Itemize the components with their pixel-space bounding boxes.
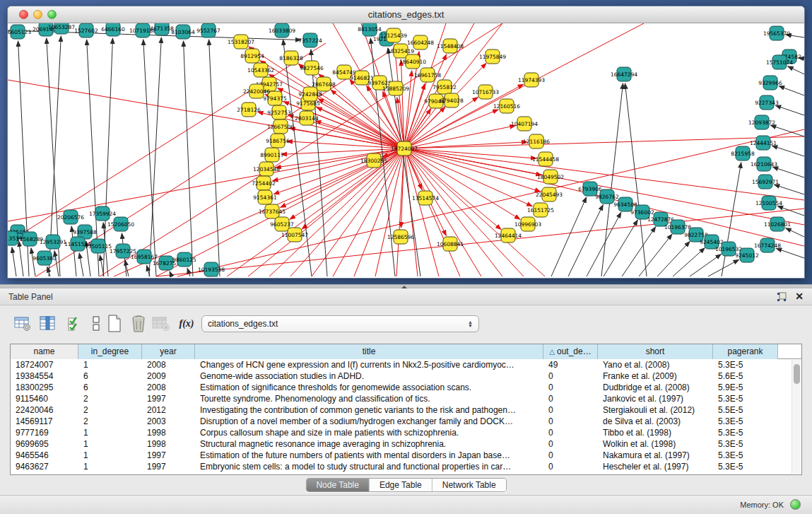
node-label: 10608841 xyxy=(437,241,464,247)
table-cell: Hescheler et al. (1997) xyxy=(598,461,713,472)
table-cell: de Silva et al. (2003) xyxy=(598,416,713,427)
table-cell: 2008 xyxy=(142,359,195,370)
table-cell: 9463627 xyxy=(11,461,78,472)
node-label: 2718126 xyxy=(237,107,261,113)
table-cell: 0 xyxy=(543,438,598,450)
node-label: 10193538 xyxy=(198,267,225,273)
column-header-out_de[interactable]: △out_de… xyxy=(543,344,598,359)
table-cell: 0 xyxy=(543,416,598,427)
table-row[interactable]: 2242004622012Investigating the contribut… xyxy=(11,404,801,416)
node-label: 12125439 xyxy=(380,33,407,39)
node-label: 9227343 xyxy=(755,100,779,106)
column-header-name[interactable]: name xyxy=(11,344,78,359)
column-checklist-icon[interactable] xyxy=(65,314,85,334)
network-canvas[interactable]: 1660512320691406106532871527602646616010… xyxy=(8,23,804,279)
table-row[interactable]: 977716911998Corpus callosum shape and si… xyxy=(11,427,801,438)
table-cell: Tibbo et al. (1998) xyxy=(598,427,713,438)
graph-edge xyxy=(184,41,193,276)
table-cell: 2009 xyxy=(142,370,195,382)
table-cell: 2008 xyxy=(142,382,195,393)
close-panel-icon[interactable]: ✕ xyxy=(795,291,804,302)
function-builder-icon[interactable]: f(x) xyxy=(177,314,196,334)
table-cell: 1 xyxy=(78,427,142,438)
table-cell: 9115460 xyxy=(11,393,78,404)
table-row[interactable]: 911546021997Tourette syndrome. Phenomeno… xyxy=(11,393,801,404)
table-cell: 0 xyxy=(543,370,598,382)
column-visibility-icon[interactable] xyxy=(38,314,58,334)
row-height-icon[interactable] xyxy=(86,314,106,334)
node-label: 9827546 xyxy=(300,65,324,71)
node-label: 16604248 xyxy=(407,40,434,46)
graph-edge xyxy=(788,66,804,74)
vertical-scrollbar[interactable] xyxy=(792,360,801,474)
table-settings-icon[interactable] xyxy=(13,314,33,334)
graph-edge xyxy=(622,227,656,276)
table-row[interactable]: 946362711997Embryonic stem cells: a mode… xyxy=(11,461,801,472)
node-label: 9794375 xyxy=(263,95,287,102)
column-header-title[interactable]: title xyxy=(195,344,543,359)
table-cell: Embryonic stem cells: a model to study s… xyxy=(195,461,543,472)
table-row[interactable]: 946554611997Estimation of the future num… xyxy=(11,450,801,461)
table-cell: 0 xyxy=(543,393,598,404)
network-window[interactable]: citations_edges.txt 16605123206914061065… xyxy=(7,6,805,279)
citation-edge xyxy=(273,148,404,194)
citation-edge xyxy=(290,148,404,276)
table-cell: 49 xyxy=(543,359,598,370)
table-cell: 5.3E-5 xyxy=(713,450,778,461)
node-label: 8186328 xyxy=(279,55,303,62)
table-row[interactable]: 1872400712008Changes of HCN gene express… xyxy=(11,359,801,370)
table-source-dropdown[interactable]: citations_edges.txt ▲▼ xyxy=(201,315,479,332)
table-cell: Jankovic et al. (1997) xyxy=(598,393,713,404)
table-row[interactable]: 969969511998Structural magnetic resonanc… xyxy=(11,438,801,450)
table-row[interactable]: 1456911722003Disruption of a novel membe… xyxy=(11,416,801,427)
network-window-titlebar[interactable]: citations_edges.txt xyxy=(8,6,804,23)
node-label: 17359924 xyxy=(89,211,116,217)
node-label: 8990117 xyxy=(260,152,284,158)
node-label: 16961758 xyxy=(414,72,441,78)
table-cell: Corpus callosum shape and size in male p… xyxy=(195,427,543,438)
node-label: 10653287 xyxy=(48,24,75,30)
table-row[interactable]: 1938455462009Genome-wide association stu… xyxy=(11,370,801,382)
graph-edge xyxy=(625,83,647,276)
node-label: 12093872 xyxy=(748,119,775,126)
node-label: 11007547 xyxy=(281,232,308,238)
table-cell: 5.3E-5 xyxy=(713,427,778,438)
table-cell: 9699695 xyxy=(11,438,78,450)
table-cell: 5.3E-5 xyxy=(713,393,778,404)
graph-edge xyxy=(639,234,672,276)
tab-network-table[interactable]: Network Table xyxy=(433,479,506,491)
tab-edge-table[interactable]: Edge Table xyxy=(370,479,433,491)
node-label: 12586596 xyxy=(387,234,414,240)
node-label: 6794028 xyxy=(440,98,464,104)
column-header-short[interactable]: short xyxy=(598,344,713,359)
network-window-title: citations_edges.txt xyxy=(8,9,804,20)
table-cell: 5.3E-5 xyxy=(713,438,778,450)
node-label: 10196378 xyxy=(664,224,691,230)
graph-edge xyxy=(568,205,603,276)
network-graph[interactable]: 1660512320691406106532871527602646616010… xyxy=(8,23,804,279)
node-label: 13505115 xyxy=(85,243,112,250)
tab-node-table[interactable]: Node Table xyxy=(306,479,370,491)
table-cell: Investigating the contribution of common… xyxy=(195,404,543,416)
table-cell: Dudbridge et al. (2008) xyxy=(598,382,713,393)
graph-edge xyxy=(776,248,804,258)
column-header-year[interactable]: year xyxy=(142,344,195,359)
memory-ok-icon xyxy=(790,499,801,510)
graph-edge xyxy=(601,83,623,276)
column-header-pagerank[interactable]: pagerank xyxy=(713,344,778,359)
delete-column-icon[interactable] xyxy=(129,314,148,334)
table-toolbar: f(x) citations_edges.txt ▲▼ xyxy=(0,310,812,339)
table-cell: Nakamura et al. (1997) xyxy=(598,450,713,461)
float-panel-icon[interactable] xyxy=(777,292,787,302)
node-label: 9329966 xyxy=(758,80,782,86)
scrollbar-thumb[interactable] xyxy=(794,364,800,384)
table-row[interactable]: 1830029562008Estimation of significance … xyxy=(11,382,801,393)
table-cell: 14569117 xyxy=(11,416,78,427)
table-cell: 9465546 xyxy=(11,450,78,461)
node-label: 18724007 xyxy=(391,146,418,152)
table-cell: 2 xyxy=(78,404,142,416)
column-header-in_degree[interactable]: in_degree xyxy=(78,344,142,359)
new-column-icon[interactable] xyxy=(105,314,124,334)
table-cell: 18300295 xyxy=(11,382,78,393)
graph-edge xyxy=(708,259,739,276)
